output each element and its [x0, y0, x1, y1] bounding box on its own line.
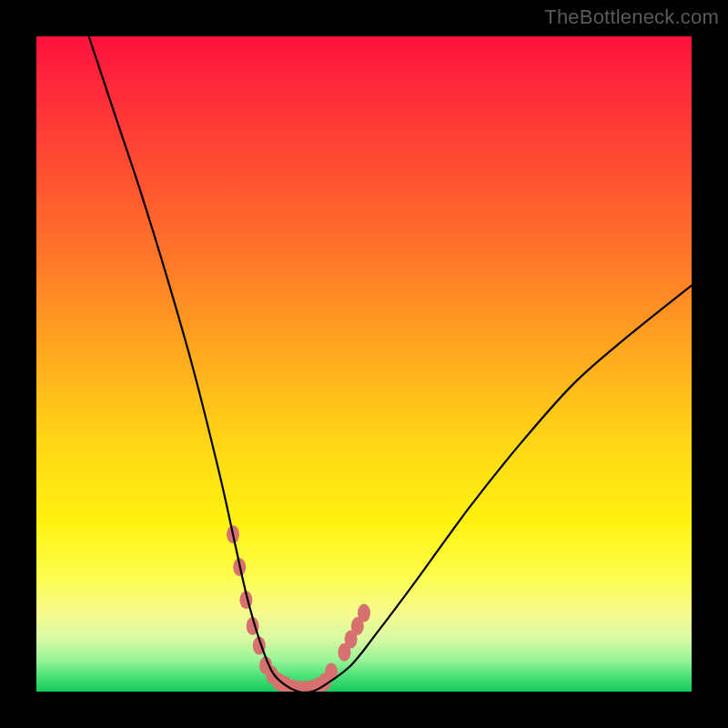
curve-layer	[36, 36, 692, 692]
chart-frame: TheBottleneck.com	[0, 0, 728, 728]
bottleneck-curve	[89, 36, 692, 692]
highlight-marker	[358, 604, 370, 622]
plot-area	[36, 36, 692, 692]
watermark-text: TheBottleneck.com	[544, 5, 719, 29]
